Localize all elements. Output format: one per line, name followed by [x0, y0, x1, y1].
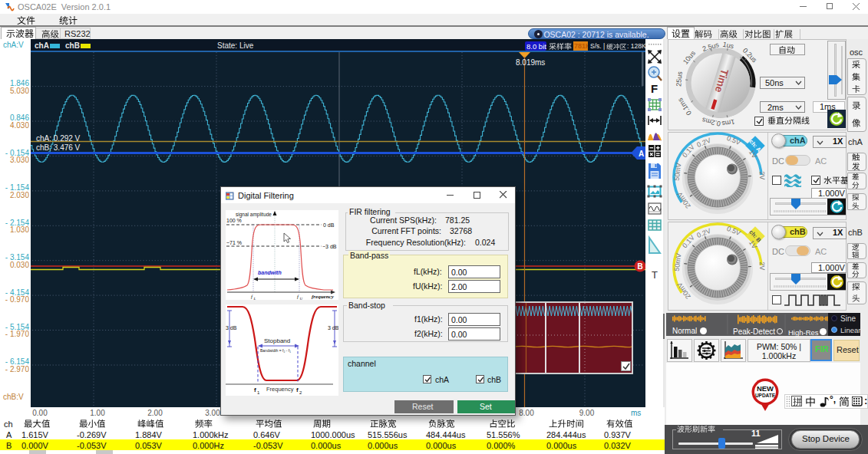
svg-text:U: U [300, 297, 303, 301]
svg-text:A: A [639, 150, 644, 158]
svg-text:~71 %: ~71 % [226, 240, 242, 245]
svg-text:3 dB: 3 dB [328, 325, 338, 331]
svg-text:UPDATE: UPDATE [755, 393, 776, 398]
svg-text:bandwith: bandwith [258, 270, 282, 275]
svg-text:L: L [253, 297, 256, 301]
svg-text:T: T [652, 269, 658, 281]
svg-text:Bandwidth = f₂ - f₁: Bandwidth = f₂ - f₁ [260, 348, 291, 353]
svg-text:−3 dB: −3 dB [322, 244, 337, 249]
svg-text:f: f [296, 387, 299, 393]
svg-text:B: B [638, 262, 643, 271]
svg-text:NEW: NEW [757, 384, 774, 393]
svg-text:Frequency: Frequency [266, 386, 294, 393]
svg-text:1: 1 [257, 390, 260, 395]
svg-text:signal amplitude: signal amplitude [236, 212, 272, 218]
svg-text:frequency: frequency [312, 294, 335, 300]
svg-text:0 dB: 0 dB [323, 222, 335, 228]
svg-text:100 %: 100 % [226, 218, 242, 223]
svg-text:2: 2 [299, 390, 302, 395]
svg-text:f: f [254, 387, 256, 393]
svg-text:3 dB: 3 dB [226, 325, 237, 331]
svg-text:Stopband: Stopband [264, 337, 290, 344]
svg-text:F: F [651, 82, 658, 95]
